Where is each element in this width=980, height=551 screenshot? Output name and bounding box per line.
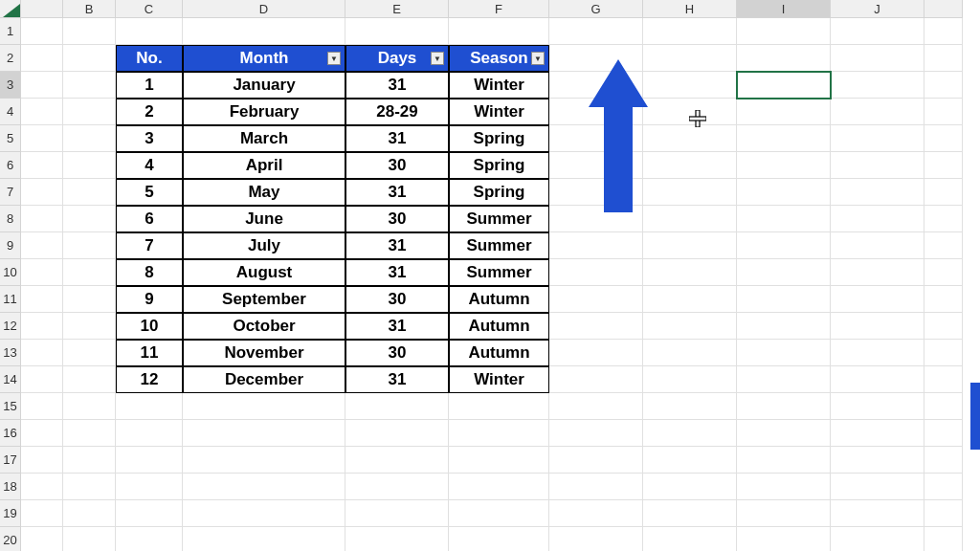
col-head-F[interactable]: F bbox=[449, 0, 549, 18]
scrollbar-thumb[interactable] bbox=[970, 383, 980, 450]
table-cell[interactable]: Spring bbox=[449, 125, 549, 152]
active-cell[interactable] bbox=[737, 72, 831, 99]
table-cell[interactable]: October bbox=[183, 313, 345, 340]
table-cell[interactable]: 6 bbox=[116, 206, 183, 232]
table-cell[interactable]: 31 bbox=[345, 72, 449, 99]
col-head-blank[interactable] bbox=[21, 0, 63, 18]
row-head-6[interactable]: 6 bbox=[0, 152, 21, 179]
filter-dropdown-icon[interactable]: ▼ bbox=[431, 52, 444, 65]
table-cell[interactable]: February bbox=[183, 99, 345, 125]
row-head-8[interactable]: 8 bbox=[0, 206, 21, 232]
svg-marker-0 bbox=[589, 59, 648, 212]
col-head-B[interactable]: B bbox=[63, 0, 116, 18]
table-cell[interactable]: Spring bbox=[449, 179, 549, 206]
table-header-no[interactable]: No. bbox=[116, 45, 183, 72]
row-head-11[interactable]: 11 bbox=[0, 286, 21, 313]
cell[interactable] bbox=[21, 18, 63, 45]
table-cell[interactable]: Winter bbox=[449, 99, 549, 125]
row-head-2[interactable]: 2 bbox=[0, 45, 21, 72]
table-cell[interactable]: 31 bbox=[345, 259, 449, 286]
table-cell[interactable]: 30 bbox=[345, 206, 449, 232]
filter-dropdown-icon[interactable]: ▼ bbox=[531, 52, 545, 65]
table-cell[interactable]: 12 bbox=[116, 366, 183, 393]
table-cell[interactable]: Autumn bbox=[449, 313, 549, 340]
table-cell[interactable]: 30 bbox=[345, 340, 449, 366]
table-cell[interactable]: Spring bbox=[449, 152, 549, 179]
row-head-13[interactable]: 13 bbox=[0, 340, 21, 366]
col-head-end[interactable] bbox=[924, 0, 963, 18]
table-cell[interactable]: 2 bbox=[116, 99, 183, 125]
table-cell[interactable]: 5 bbox=[116, 179, 183, 206]
row-head-10[interactable]: 10 bbox=[0, 259, 21, 286]
table-cell[interactable]: 31 bbox=[345, 313, 449, 340]
filter-dropdown-icon[interactable]: ▼ bbox=[327, 52, 341, 65]
table-cell[interactable]: 3 bbox=[116, 125, 183, 152]
table-cell[interactable]: Winter bbox=[449, 72, 549, 99]
col-head-E[interactable]: E bbox=[345, 0, 449, 18]
table-cell[interactable]: Summer bbox=[449, 206, 549, 232]
table-cell[interactable]: Winter bbox=[449, 366, 549, 393]
row-head-20[interactable]: 20 bbox=[0, 527, 21, 551]
table-header-days[interactable]: Days▼ bbox=[345, 45, 449, 72]
row-head-4[interactable]: 4 bbox=[0, 99, 21, 125]
table-cell[interactable]: 9 bbox=[116, 286, 183, 313]
table-cell[interactable]: January bbox=[183, 72, 345, 99]
col-head-D[interactable]: D bbox=[183, 0, 345, 18]
row-head-19[interactable]: 19 bbox=[0, 500, 21, 527]
cell-cursor-icon bbox=[689, 110, 706, 127]
table-header-season[interactable]: Season▼ bbox=[449, 45, 549, 72]
table-cell[interactable]: 8 bbox=[116, 259, 183, 286]
table-header-label: Season bbox=[470, 49, 527, 68]
table-cell[interactable]: November bbox=[183, 340, 345, 366]
row-head-12[interactable]: 12 bbox=[0, 313, 21, 340]
table-cell[interactable]: 30 bbox=[345, 152, 449, 179]
table-cell[interactable]: May bbox=[183, 179, 345, 206]
table-cell[interactable]: 7 bbox=[116, 232, 183, 259]
table-cell[interactable]: August bbox=[183, 259, 345, 286]
col-head-I[interactable]: I bbox=[737, 0, 831, 18]
data-table: No. Month▼ Days▼ Season▼ 1January31Winte… bbox=[116, 45, 549, 393]
table-cell[interactable]: 4 bbox=[116, 152, 183, 179]
table-header-label: No. bbox=[136, 49, 162, 68]
table-cell[interactable]: 11 bbox=[116, 340, 183, 366]
table-cell[interactable]: December bbox=[183, 366, 345, 393]
col-head-H[interactable]: H bbox=[643, 0, 737, 18]
table-header-label: Days bbox=[378, 49, 417, 68]
table-cell[interactable]: 31 bbox=[345, 179, 449, 206]
select-all-corner[interactable] bbox=[0, 0, 21, 18]
table-cell[interactable]: 31 bbox=[345, 125, 449, 152]
table-cell[interactable]: 30 bbox=[345, 286, 449, 313]
table-cell[interactable]: Summer bbox=[449, 259, 549, 286]
col-head-C[interactable]: C bbox=[116, 0, 183, 18]
row-head-3[interactable]: 3 bbox=[0, 72, 21, 99]
col-head-G[interactable]: G bbox=[549, 0, 643, 18]
table-cell[interactable]: 31 bbox=[345, 366, 449, 393]
row-head-7[interactable]: 7 bbox=[0, 179, 21, 206]
table-header-label: Month bbox=[240, 49, 289, 68]
table-cell[interactable]: Summer bbox=[449, 232, 549, 259]
row-head-16[interactable]: 16 bbox=[0, 420, 21, 447]
row-head-1[interactable]: 1 bbox=[0, 18, 21, 45]
row-head-18[interactable]: 18 bbox=[0, 474, 21, 500]
row-head-15[interactable]: 15 bbox=[0, 393, 21, 420]
table-cell[interactable]: September bbox=[183, 286, 345, 313]
svg-rect-2 bbox=[689, 117, 706, 121]
table-cell[interactable]: April bbox=[183, 152, 345, 179]
table-cell[interactable]: 1 bbox=[116, 72, 183, 99]
row-head-9[interactable]: 9 bbox=[0, 232, 21, 259]
table-cell[interactable]: 31 bbox=[345, 232, 449, 259]
table-cell[interactable]: July bbox=[183, 232, 345, 259]
table-cell[interactable]: 10 bbox=[116, 313, 183, 340]
table-cell[interactable]: Autumn bbox=[449, 340, 549, 366]
table-cell[interactable]: Autumn bbox=[449, 286, 549, 313]
row-head-5[interactable]: 5 bbox=[0, 125, 21, 152]
table-cell[interactable]: June bbox=[183, 206, 345, 232]
table-cell[interactable]: March bbox=[183, 125, 345, 152]
table-cell[interactable]: 28-29 bbox=[345, 99, 449, 125]
row-head-14[interactable]: 14 bbox=[0, 366, 21, 393]
row-head-17[interactable]: 17 bbox=[0, 447, 21, 474]
arrow-up-icon bbox=[589, 59, 648, 212]
table-header-month[interactable]: Month▼ bbox=[183, 45, 345, 72]
col-head-J[interactable]: J bbox=[831, 0, 924, 18]
